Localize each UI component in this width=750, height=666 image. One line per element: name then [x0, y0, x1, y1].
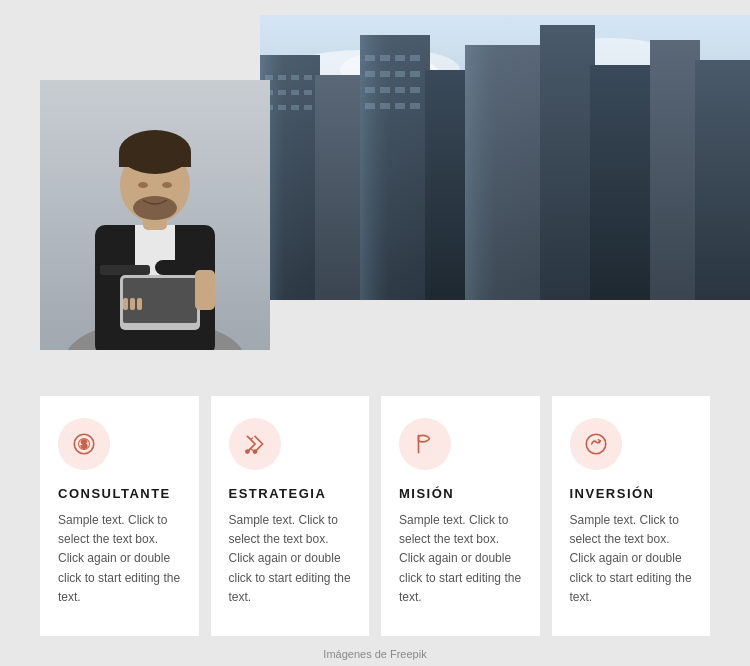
svg-rect-60 [195, 270, 215, 310]
card-mision[interactable]: MISIÓN Sample text. Click to select the … [381, 396, 540, 636]
card-estrategia[interactable]: ESTRATEGIA Sample text. Click to select … [211, 396, 370, 636]
card-title-consultante: CONSULTANTE [58, 486, 181, 501]
top-images-area [0, 0, 750, 340]
svg-rect-63 [137, 298, 142, 310]
strategy-arrows-icon [242, 431, 268, 457]
card-icon-wrapper-inversion [570, 418, 622, 470]
svg-point-53 [138, 182, 148, 188]
card-consultante[interactable]: $ CONSULTANTE Sample text. Click to sele… [40, 396, 199, 636]
card-icon-wrapper-estrategia [229, 418, 281, 470]
footer-link[interactable]: Freepik [390, 648, 427, 660]
card-title-estrategia: ESTRATEGIA [229, 486, 352, 501]
svg-rect-61 [123, 298, 128, 310]
card-text-inversion: Sample text. Click to select the text bo… [570, 511, 693, 607]
card-title-inversion: INVERSIÓN [570, 486, 693, 501]
cards-section: $ CONSULTANTE Sample text. Click to sele… [0, 396, 750, 636]
city-image [260, 15, 750, 300]
svg-rect-13 [695, 60, 750, 300]
svg-rect-56 [100, 265, 150, 275]
footer-text: Imágenes de [323, 648, 390, 660]
svg-rect-43 [360, 35, 430, 300]
svg-rect-62 [130, 298, 135, 310]
svg-point-67 [245, 450, 248, 453]
footer: Imágenes de Freepik [0, 648, 750, 660]
svg-rect-6 [315, 75, 365, 300]
svg-rect-11 [590, 65, 655, 300]
card-text-consultante: Sample text. Click to select the text bo… [58, 511, 181, 607]
svg-point-68 [253, 450, 256, 453]
card-title-mision: MISIÓN [399, 486, 522, 501]
card-inversion[interactable]: INVERSIÓN Sample text. Click to select t… [552, 396, 711, 636]
svg-rect-10 [540, 25, 595, 300]
page-wrapper: $ CONSULTANTE Sample text. Click to sele… [0, 0, 750, 666]
money-circle-icon: $ [71, 431, 97, 457]
card-icon-wrapper-mision [399, 418, 451, 470]
svg-rect-12 [650, 40, 700, 300]
person-image [40, 80, 270, 350]
flag-icon [412, 431, 438, 457]
card-text-estrategia: Sample text. Click to select the text bo… [229, 511, 352, 607]
svg-rect-44 [465, 45, 545, 300]
svg-rect-8 [425, 70, 470, 300]
svg-point-70 [586, 434, 606, 454]
svg-point-54 [162, 182, 172, 188]
svg-rect-52 [119, 152, 191, 167]
investment-circle-icon [583, 431, 609, 457]
svg-point-55 [133, 196, 177, 220]
card-icon-wrapper-consultante: $ [58, 418, 110, 470]
card-text-mision: Sample text. Click to select the text bo… [399, 511, 522, 607]
